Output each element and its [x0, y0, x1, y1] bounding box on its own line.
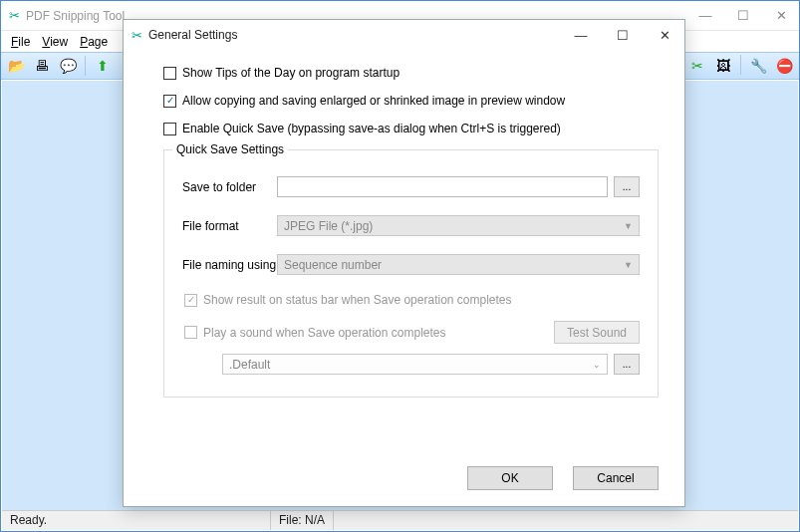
file-naming-select[interactable]: Sequence number ▼	[277, 254, 640, 275]
preview-icon[interactable]: 🖼	[712, 55, 734, 77]
main-title: PDF Snipping Tool	[26, 9, 125, 23]
maximize-button[interactable]: ☐	[733, 8, 753, 23]
file-format-select[interactable]: JPEG File (*.jpg) ▼	[277, 215, 640, 236]
sound-value: .Default	[229, 358, 270, 372]
save-folder-input[interactable]	[277, 176, 608, 197]
file-naming-value: Sequence number	[284, 258, 382, 272]
label-show-result: Show result on status bar when Save oper…	[203, 293, 512, 307]
chevron-down-icon: ▼	[624, 221, 633, 231]
print-icon[interactable]: 🖶	[31, 55, 53, 77]
up-arrow-icon[interactable]: ⬆	[92, 55, 114, 77]
checkbox-allow-copying[interactable]	[163, 95, 176, 108]
snip-icon[interactable]: ✂	[686, 55, 708, 77]
statusbar: Ready. File: N/A	[2, 510, 798, 530]
checkbox-play-sound	[184, 326, 197, 339]
dialog-maximize-button[interactable]: ☐	[611, 28, 635, 43]
scissors-icon: ✂	[9, 8, 20, 23]
file-format-value: JPEG File (*.jpg)	[284, 219, 373, 233]
label-file-naming: File naming using	[182, 258, 277, 272]
open-icon[interactable]: 📂	[5, 55, 27, 77]
test-sound-button[interactable]: Test Sound	[554, 321, 640, 344]
label-play-sound: Play a sound when Save operation complet…	[203, 326, 446, 340]
menu-page[interactable]: Page	[74, 33, 114, 51]
checkbox-enable-quicksave[interactable]	[163, 123, 176, 135]
label-save-folder: Save to folder	[182, 180, 277, 194]
chevron-down-icon: ⌄	[593, 360, 601, 370]
scissors-icon: ✂	[132, 28, 142, 43]
browse-sound-button[interactable]: ...	[614, 354, 640, 375]
menu-view[interactable]: View	[36, 33, 74, 51]
dialog-minimize-button[interactable]: —	[569, 28, 593, 43]
help-icon[interactable]: 💬	[57, 55, 79, 77]
cancel-button[interactable]: Cancel	[573, 466, 659, 490]
checkbox-show-result	[184, 294, 197, 307]
groupbox-legend: Quick Save Settings	[172, 142, 288, 156]
toolbar-divider	[740, 55, 741, 75]
stop-icon[interactable]: ⛔	[773, 55, 795, 77]
general-settings-dialog: ✂ General Settings — ☐ ✕ Show Tips of th…	[123, 19, 685, 507]
label-allow-copying: Allow copying and saving enlarged or shr…	[182, 94, 565, 108]
quicksave-groupbox: Quick Save Settings Save to folder ... F…	[163, 149, 659, 398]
close-button[interactable]: ✕	[771, 8, 791, 23]
label-show-tips: Show Tips of the Day on program startup	[182, 66, 400, 80]
settings-icon[interactable]: 🔧	[747, 55, 769, 77]
dialog-title: General Settings	[148, 28, 237, 42]
status-ready: Ready.	[2, 511, 271, 530]
toolbar-divider	[85, 56, 86, 76]
sound-select[interactable]: .Default ⌄	[222, 354, 608, 375]
status-file: File: N/A	[271, 511, 334, 530]
checkbox-show-tips[interactable]	[163, 67, 176, 80]
chevron-down-icon: ▼	[624, 260, 633, 270]
minimize-button[interactable]: —	[695, 8, 715, 23]
label-enable-quicksave: Enable Quick Save (bypassing save-as dia…	[182, 122, 561, 135]
label-file-format: File format	[182, 219, 277, 233]
dialog-close-button[interactable]: ✕	[653, 28, 676, 43]
browse-folder-button[interactable]: ...	[614, 176, 640, 197]
menu-file[interactable]: FFileile	[5, 33, 36, 51]
dialog-titlebar: ✂ General Settings — ☐ ✕	[124, 20, 684, 50]
ok-button[interactable]: OK	[467, 466, 553, 490]
